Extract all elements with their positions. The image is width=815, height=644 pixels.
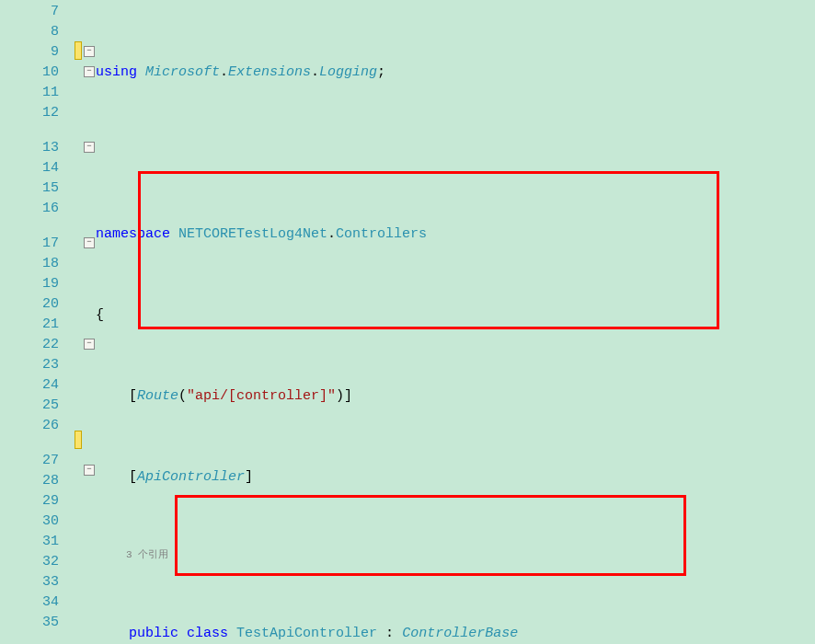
keyword: namespace — [96, 226, 170, 242]
change-marker — [75, 41, 82, 60]
namespace: Controllers — [336, 226, 427, 242]
attribute: Route — [137, 388, 178, 404]
code-line[interactable]: [ApiController] — [96, 467, 815, 488]
line-number: 14 — [0, 158, 74, 178]
code-editor[interactable]: 7 8 9 10 11 12 13 14 15 16 17 18 19 20 2… — [0, 0, 815, 644]
fold-toggle[interactable]: − — [84, 142, 95, 153]
line-number: 30 — [0, 512, 74, 532]
code-line[interactable]: using Microsoft.Extensions.Logging; — [96, 63, 815, 83]
namespace: Microsoft — [145, 64, 220, 80]
fold-toggle[interactable]: − — [84, 339, 95, 350]
fold-toggle[interactable]: − — [84, 237, 95, 248]
line-number: 35 — [0, 613, 74, 633]
class-name: TestApiController — [236, 626, 377, 641]
code-line[interactable]: namespace NETCORETestLog4Net.Controllers — [96, 224, 815, 245]
line-number: 33 — [0, 572, 74, 592]
line-number: 9 — [0, 42, 74, 63]
line-number: 11 — [0, 83, 74, 103]
line-number: 19 — [0, 274, 74, 294]
namespace: Logging — [319, 64, 377, 80]
keyword: public — [129, 626, 178, 641]
line-number: 27 — [0, 451, 74, 471]
namespace: Extensions — [228, 64, 311, 80]
namespace: NETCORETestLog4Net — [178, 226, 327, 242]
line-number: 15 — [0, 178, 74, 199]
code-line[interactable]: public class TestApiController : Control… — [96, 624, 815, 644]
line-number: 18 — [0, 254, 74, 274]
base-class: ControllerBase — [402, 626, 518, 641]
highlight-box — [175, 495, 686, 576]
attribute: ApiController — [137, 469, 245, 485]
line-number: 12 — [0, 103, 74, 123]
string-literal: "api/[controller]" — [187, 388, 336, 404]
codelens-references[interactable]: 3 个引用 — [96, 548, 815, 563]
keyword: class — [187, 626, 228, 641]
change-marker — [75, 431, 82, 449]
line-number: 29 — [0, 491, 74, 512]
line-number-gutter: 7 8 9 10 11 12 13 14 15 16 17 18 19 20 2… — [0, 0, 74, 644]
line-number: 26 — [0, 416, 74, 436]
change-marker-strip — [74, 0, 83, 644]
line-number: 20 — [0, 294, 74, 315]
line-number: 25 — [0, 396, 74, 416]
keyword: using — [96, 64, 137, 80]
line-number: 23 — [0, 355, 74, 375]
line-number: 8 — [0, 22, 74, 42]
code-area[interactable]: using Microsoft.Extensions.Logging; name… — [96, 0, 815, 644]
line-number: 13 — [0, 138, 74, 158]
line-number: 10 — [0, 63, 74, 83]
line-number: 17 — [0, 234, 74, 254]
fold-toggle[interactable]: − — [84, 46, 95, 57]
code-line[interactable]: { — [96, 305, 815, 326]
line-number: 21 — [0, 315, 74, 335]
line-number: 34 — [0, 592, 74, 613]
line-number: 22 — [0, 335, 74, 355]
line-number: 7 — [0, 2, 74, 22]
fold-toggle[interactable]: − — [84, 66, 95, 77]
line-number: 32 — [0, 552, 74, 572]
code-line[interactable] — [96, 144, 815, 164]
code-line[interactable]: [Route("api/[controller]")] — [96, 386, 815, 407]
fold-toggle[interactable]: − — [84, 465, 95, 476]
line-number: 16 — [0, 199, 74, 219]
line-number: 28 — [0, 471, 74, 491]
line-number: 31 — [0, 532, 74, 552]
fold-column: − − − − − − — [83, 0, 96, 644]
line-number: 24 — [0, 375, 74, 396]
